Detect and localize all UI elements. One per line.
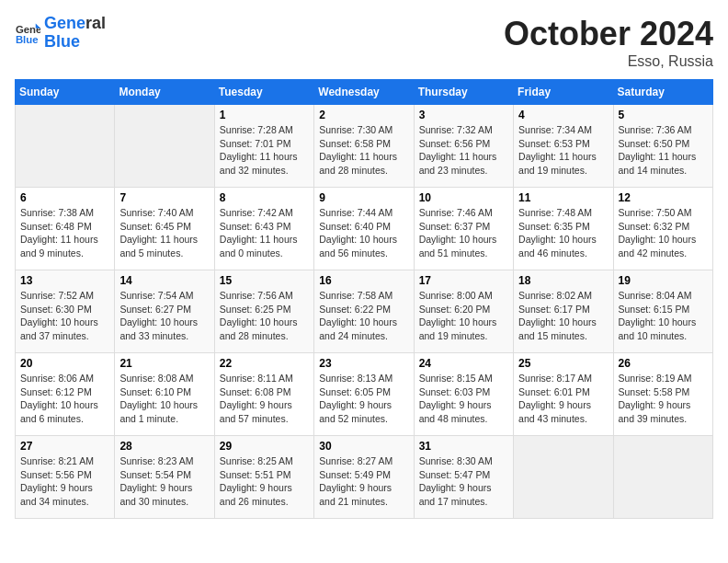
calendar-cell: 5Sunrise: 7:36 AM Sunset: 6:50 PM Daylig… <box>613 105 712 188</box>
calendar-cell: 28Sunrise: 8:23 AM Sunset: 5:54 PM Dayli… <box>115 436 214 519</box>
calendar-cell: 23Sunrise: 8:13 AM Sunset: 6:05 PM Dayli… <box>314 353 414 436</box>
calendar-week-row: 20Sunrise: 8:06 AM Sunset: 6:12 PM Dayli… <box>16 353 713 436</box>
day-info: Sunrise: 8:19 AM Sunset: 5:58 PM Dayligh… <box>619 372 708 426</box>
day-number: 19 <box>619 274 708 287</box>
calendar-cell: 21Sunrise: 8:08 AM Sunset: 6:10 PM Dayli… <box>115 353 214 436</box>
month-title: October 2024 <box>504 15 713 53</box>
calendar-cell: 1Sunrise: 7:28 AM Sunset: 7:01 PM Daylig… <box>214 105 313 188</box>
day-number: 11 <box>518 191 608 204</box>
day-info: Sunrise: 8:13 AM Sunset: 6:05 PM Dayligh… <box>319 372 408 426</box>
day-number: 23 <box>319 357 408 370</box>
day-number: 9 <box>319 191 408 204</box>
calendar-week-row: 13Sunrise: 7:52 AM Sunset: 6:30 PM Dayli… <box>16 270 713 353</box>
day-info: Sunrise: 7:34 AM Sunset: 6:53 PM Dayligh… <box>518 123 608 178</box>
calendar-cell: 8Sunrise: 7:42 AM Sunset: 6:43 PM Daylig… <box>214 188 313 270</box>
day-number: 27 <box>20 440 109 453</box>
calendar-cell: 14Sunrise: 7:54 AM Sunset: 6:27 PM Dayli… <box>115 270 214 353</box>
weekday-header: Wednesday <box>314 80 414 105</box>
weekday-header: Saturday <box>613 80 712 105</box>
day-number: 3 <box>419 109 508 121</box>
day-number: 7 <box>119 191 209 204</box>
logo-icon: Gene Blue <box>15 20 40 46</box>
day-number: 5 <box>619 109 708 121</box>
title-area: October 2024 Esso, Russia <box>504 15 713 70</box>
calendar-cell <box>514 436 613 519</box>
calendar-cell <box>613 436 712 519</box>
calendar-cell: 15Sunrise: 7:56 AM Sunset: 6:25 PM Dayli… <box>214 270 313 353</box>
day-info: Sunrise: 7:54 AM Sunset: 6:27 PM Dayligh… <box>119 289 209 343</box>
day-info: Sunrise: 8:11 AM Sunset: 6:08 PM Dayligh… <box>220 372 309 426</box>
day-number: 2 <box>319 109 408 121</box>
day-number: 12 <box>619 191 708 204</box>
calendar-cell: 2Sunrise: 7:30 AM Sunset: 6:58 PM Daylig… <box>314 105 414 188</box>
day-info: Sunrise: 7:40 AM Sunset: 6:45 PM Dayligh… <box>119 206 209 260</box>
day-info: Sunrise: 8:25 AM Sunset: 5:51 PM Dayligh… <box>220 454 309 509</box>
day-info: Sunrise: 7:56 AM Sunset: 6:25 PM Dayligh… <box>220 289 309 343</box>
day-info: Sunrise: 7:58 AM Sunset: 6:22 PM Dayligh… <box>319 289 408 343</box>
day-info: Sunrise: 8:00 AM Sunset: 6:20 PM Dayligh… <box>419 289 508 343</box>
day-info: Sunrise: 8:21 AM Sunset: 5:56 PM Dayligh… <box>20 454 109 509</box>
weekday-header: Tuesday <box>214 80 313 105</box>
day-number: 20 <box>20 357 109 370</box>
calendar-cell: 22Sunrise: 8:11 AM Sunset: 6:08 PM Dayli… <box>214 353 313 436</box>
calendar-cell: 7Sunrise: 7:40 AM Sunset: 6:45 PM Daylig… <box>115 188 214 270</box>
day-info: Sunrise: 8:04 AM Sunset: 6:15 PM Dayligh… <box>619 289 708 343</box>
calendar-cell: 20Sunrise: 8:06 AM Sunset: 6:12 PM Dayli… <box>16 353 115 436</box>
day-info: Sunrise: 8:02 AM Sunset: 6:17 PM Dayligh… <box>518 289 608 343</box>
calendar-cell <box>16 105 115 188</box>
day-info: Sunrise: 8:15 AM Sunset: 6:03 PM Dayligh… <box>419 372 508 426</box>
calendar-cell: 13Sunrise: 7:52 AM Sunset: 6:30 PM Dayli… <box>16 270 115 353</box>
calendar-cell: 25Sunrise: 8:17 AM Sunset: 6:01 PM Dayli… <box>514 353 613 436</box>
svg-text:Blue: Blue <box>16 33 39 44</box>
day-info: Sunrise: 7:42 AM Sunset: 6:43 PM Dayligh… <box>220 206 309 260</box>
day-info: Sunrise: 8:23 AM Sunset: 5:54 PM Dayligh… <box>119 454 209 509</box>
day-number: 13 <box>20 274 109 287</box>
day-info: Sunrise: 8:06 AM Sunset: 6:12 PM Dayligh… <box>20 372 109 426</box>
calendar-week-row: 27Sunrise: 8:21 AM Sunset: 5:56 PM Dayli… <box>16 436 713 519</box>
day-number: 28 <box>119 440 209 453</box>
calendar-cell: 30Sunrise: 8:27 AM Sunset: 5:49 PM Dayli… <box>314 436 414 519</box>
day-number: 17 <box>419 274 508 287</box>
calendar-cell: 10Sunrise: 7:46 AM Sunset: 6:37 PM Dayli… <box>414 188 513 270</box>
weekday-header-row: SundayMondayTuesdayWednesdayThursdayFrid… <box>16 80 713 105</box>
day-info: Sunrise: 7:46 AM Sunset: 6:37 PM Dayligh… <box>419 206 508 260</box>
day-number: 26 <box>619 357 708 370</box>
day-number: 1 <box>220 109 309 121</box>
location: Esso, Russia <box>504 53 713 70</box>
day-info: Sunrise: 7:50 AM Sunset: 6:32 PM Dayligh… <box>619 206 708 260</box>
calendar-cell: 6Sunrise: 7:38 AM Sunset: 6:48 PM Daylig… <box>16 188 115 270</box>
weekday-header: Thursday <box>414 80 513 105</box>
day-number: 16 <box>319 274 408 287</box>
day-info: Sunrise: 7:44 AM Sunset: 6:40 PM Dayligh… <box>319 206 408 260</box>
day-number: 24 <box>419 357 508 370</box>
calendar-week-row: 1Sunrise: 7:28 AM Sunset: 7:01 PM Daylig… <box>16 105 713 188</box>
day-info: Sunrise: 8:17 AM Sunset: 6:01 PM Dayligh… <box>518 372 608 426</box>
calendar-cell: 29Sunrise: 8:25 AM Sunset: 5:51 PM Dayli… <box>214 436 313 519</box>
calendar-cell: 3Sunrise: 7:32 AM Sunset: 6:56 PM Daylig… <box>414 105 513 188</box>
day-info: Sunrise: 7:28 AM Sunset: 7:01 PM Dayligh… <box>220 123 309 178</box>
calendar-table: SundayMondayTuesdayWednesdayThursdayFrid… <box>15 79 713 519</box>
day-number: 18 <box>518 274 608 287</box>
day-number: 10 <box>419 191 508 204</box>
day-number: 29 <box>220 440 309 453</box>
calendar-cell: 4Sunrise: 7:34 AM Sunset: 6:53 PM Daylig… <box>514 105 613 188</box>
calendar-cell: 26Sunrise: 8:19 AM Sunset: 5:58 PM Dayli… <box>613 353 712 436</box>
day-info: Sunrise: 7:30 AM Sunset: 6:58 PM Dayligh… <box>319 123 408 178</box>
day-info: Sunrise: 7:36 AM Sunset: 6:50 PM Dayligh… <box>619 123 708 178</box>
logo: Gene Blue GeneralBlue <box>15 15 106 52</box>
day-info: Sunrise: 7:52 AM Sunset: 6:30 PM Dayligh… <box>20 289 109 343</box>
day-info: Sunrise: 8:08 AM Sunset: 6:10 PM Dayligh… <box>119 372 209 426</box>
day-number: 4 <box>518 109 608 121</box>
day-number: 25 <box>518 357 608 370</box>
day-number: 8 <box>220 191 309 204</box>
calendar-cell: 12Sunrise: 7:50 AM Sunset: 6:32 PM Dayli… <box>613 188 712 270</box>
logo-text: GeneralBlue <box>44 15 106 52</box>
day-number: 15 <box>220 274 309 287</box>
day-number: 22 <box>220 357 309 370</box>
calendar-cell: 18Sunrise: 8:02 AM Sunset: 6:17 PM Dayli… <box>514 270 613 353</box>
calendar-cell <box>115 105 214 188</box>
page-header: Gene Blue GeneralBlue October 2024 Esso,… <box>15 15 713 70</box>
calendar-cell: 17Sunrise: 8:00 AM Sunset: 6:20 PM Dayli… <box>414 270 513 353</box>
day-number: 30 <box>319 440 408 453</box>
day-info: Sunrise: 8:27 AM Sunset: 5:49 PM Dayligh… <box>319 454 408 509</box>
